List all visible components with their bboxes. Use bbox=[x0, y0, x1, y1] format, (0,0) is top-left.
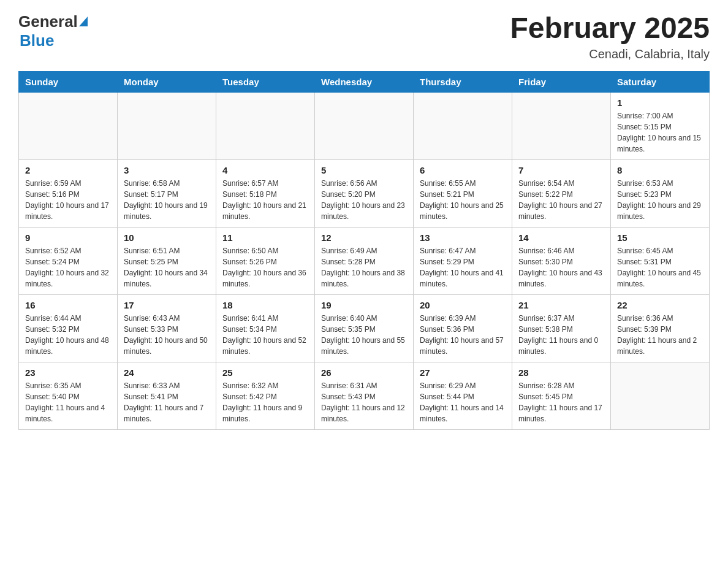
day-number: 7 bbox=[518, 165, 604, 175]
calendar-week-row: 9Sunrise: 6:52 AM Sunset: 5:24 PM Daylig… bbox=[19, 227, 710, 294]
day-number: 15 bbox=[617, 232, 703, 243]
day-number: 21 bbox=[518, 300, 604, 310]
day-info: Sunrise: 6:35 AM Sunset: 5:40 PM Dayligh… bbox=[25, 380, 111, 424]
calendar-cell: 5Sunrise: 6:56 AM Sunset: 5:20 PM Daylig… bbox=[315, 159, 414, 227]
month-title: February 2025 bbox=[510, 12, 710, 45]
day-number: 13 bbox=[420, 232, 506, 243]
logo: General Blue bbox=[18, 12, 88, 50]
calendar-cell: 19Sunrise: 6:40 AM Sunset: 5:35 PM Dayli… bbox=[315, 294, 414, 362]
calendar-cell: 18Sunrise: 6:41 AM Sunset: 5:34 PM Dayli… bbox=[216, 294, 315, 362]
day-info: Sunrise: 6:57 AM Sunset: 5:18 PM Dayligh… bbox=[222, 178, 308, 222]
day-info: Sunrise: 6:33 AM Sunset: 5:41 PM Dayligh… bbox=[124, 380, 210, 424]
calendar-table: SundayMondayTuesdayWednesdayThursdayFrid… bbox=[18, 71, 710, 430]
calendar-cell bbox=[216, 92, 315, 159]
calendar-week-row: 23Sunrise: 6:35 AM Sunset: 5:40 PM Dayli… bbox=[19, 362, 710, 429]
calendar-cell bbox=[414, 92, 512, 159]
day-info: Sunrise: 6:59 AM Sunset: 5:16 PM Dayligh… bbox=[25, 178, 111, 222]
day-number: 14 bbox=[518, 232, 604, 243]
calendar-cell: 2Sunrise: 6:59 AM Sunset: 5:16 PM Daylig… bbox=[19, 159, 118, 227]
calendar-cell: 10Sunrise: 6:51 AM Sunset: 5:25 PM Dayli… bbox=[118, 227, 216, 294]
day-info: Sunrise: 6:39 AM Sunset: 5:36 PM Dayligh… bbox=[420, 313, 506, 357]
day-number: 23 bbox=[25, 367, 111, 378]
day-number: 22 bbox=[617, 300, 703, 310]
day-info: Sunrise: 6:40 AM Sunset: 5:35 PM Dayligh… bbox=[321, 313, 407, 357]
day-number: 5 bbox=[321, 165, 407, 175]
day-info: Sunrise: 6:44 AM Sunset: 5:32 PM Dayligh… bbox=[25, 313, 111, 357]
day-info: Sunrise: 6:36 AM Sunset: 5:39 PM Dayligh… bbox=[617, 313, 703, 357]
calendar-week-row: 2Sunrise: 6:59 AM Sunset: 5:16 PM Daylig… bbox=[19, 159, 710, 227]
weekday-header-tuesday: Tuesday bbox=[216, 71, 315, 92]
calendar-cell: 24Sunrise: 6:33 AM Sunset: 5:41 PM Dayli… bbox=[118, 362, 216, 429]
calendar-header-row: SundayMondayTuesdayWednesdayThursdayFrid… bbox=[19, 71, 710, 92]
weekday-header-monday: Monday bbox=[118, 71, 216, 92]
weekday-header-thursday: Thursday bbox=[414, 71, 512, 92]
weekday-header-sunday: Sunday bbox=[19, 71, 118, 92]
calendar-cell: 7Sunrise: 6:54 AM Sunset: 5:22 PM Daylig… bbox=[512, 159, 611, 227]
calendar-cell: 23Sunrise: 6:35 AM Sunset: 5:40 PM Dayli… bbox=[19, 362, 118, 429]
day-number: 9 bbox=[25, 232, 111, 243]
day-info: Sunrise: 6:55 AM Sunset: 5:21 PM Dayligh… bbox=[420, 178, 506, 222]
weekday-header-saturday: Saturday bbox=[611, 71, 710, 92]
day-number: 24 bbox=[124, 367, 210, 378]
day-info: Sunrise: 6:45 AM Sunset: 5:31 PM Dayligh… bbox=[617, 245, 703, 289]
svg-marker-0 bbox=[79, 17, 88, 26]
day-info: Sunrise: 6:54 AM Sunset: 5:22 PM Dayligh… bbox=[518, 178, 604, 222]
weekday-header-wednesday: Wednesday bbox=[315, 71, 414, 92]
calendar-cell: 9Sunrise: 6:52 AM Sunset: 5:24 PM Daylig… bbox=[19, 227, 118, 294]
day-info: Sunrise: 6:28 AM Sunset: 5:45 PM Dayligh… bbox=[518, 380, 604, 424]
day-info: Sunrise: 6:47 AM Sunset: 5:29 PM Dayligh… bbox=[420, 245, 506, 289]
calendar-cell: 1Sunrise: 7:00 AM Sunset: 5:15 PM Daylig… bbox=[611, 92, 710, 159]
day-info: Sunrise: 6:49 AM Sunset: 5:28 PM Dayligh… bbox=[321, 245, 407, 289]
day-info: Sunrise: 6:51 AM Sunset: 5:25 PM Dayligh… bbox=[124, 245, 210, 289]
day-info: Sunrise: 6:53 AM Sunset: 5:23 PM Dayligh… bbox=[617, 178, 703, 222]
logo-triangle-icon bbox=[79, 17, 88, 26]
day-info: Sunrise: 6:32 AM Sunset: 5:42 PM Dayligh… bbox=[222, 380, 308, 424]
calendar-cell bbox=[118, 92, 216, 159]
calendar-cell: 6Sunrise: 6:55 AM Sunset: 5:21 PM Daylig… bbox=[414, 159, 512, 227]
calendar-cell: 14Sunrise: 6:46 AM Sunset: 5:30 PM Dayli… bbox=[512, 227, 611, 294]
day-number: 2 bbox=[25, 165, 111, 175]
day-info: Sunrise: 6:52 AM Sunset: 5:24 PM Dayligh… bbox=[25, 245, 111, 289]
weekday-header-friday: Friday bbox=[512, 71, 611, 92]
calendar-cell: 11Sunrise: 6:50 AM Sunset: 5:26 PM Dayli… bbox=[216, 227, 315, 294]
day-number: 4 bbox=[222, 165, 308, 175]
day-number: 19 bbox=[321, 300, 407, 310]
day-info: Sunrise: 6:50 AM Sunset: 5:26 PM Dayligh… bbox=[222, 245, 308, 289]
logo-blue-text: Blue bbox=[20, 31, 88, 50]
day-number: 25 bbox=[222, 367, 308, 378]
calendar-cell: 26Sunrise: 6:31 AM Sunset: 5:43 PM Dayli… bbox=[315, 362, 414, 429]
calendar-cell bbox=[512, 92, 611, 159]
calendar-cell: 17Sunrise: 6:43 AM Sunset: 5:33 PM Dayli… bbox=[118, 294, 216, 362]
calendar-cell: 8Sunrise: 6:53 AM Sunset: 5:23 PM Daylig… bbox=[611, 159, 710, 227]
calendar-cell: 12Sunrise: 6:49 AM Sunset: 5:28 PM Dayli… bbox=[315, 227, 414, 294]
day-number: 11 bbox=[222, 232, 308, 243]
day-number: 16 bbox=[25, 300, 111, 310]
day-info: Sunrise: 6:29 AM Sunset: 5:44 PM Dayligh… bbox=[420, 380, 506, 424]
calendar-cell: 25Sunrise: 6:32 AM Sunset: 5:42 PM Dayli… bbox=[216, 362, 315, 429]
day-number: 18 bbox=[222, 300, 308, 310]
day-info: Sunrise: 6:46 AM Sunset: 5:30 PM Dayligh… bbox=[518, 245, 604, 289]
location-title: Cenadi, Calabria, Italy bbox=[510, 47, 710, 61]
calendar-week-row: 1Sunrise: 7:00 AM Sunset: 5:15 PM Daylig… bbox=[19, 92, 710, 159]
calendar-cell: 20Sunrise: 6:39 AM Sunset: 5:36 PM Dayli… bbox=[414, 294, 512, 362]
calendar-cell: 3Sunrise: 6:58 AM Sunset: 5:17 PM Daylig… bbox=[118, 159, 216, 227]
day-info: Sunrise: 6:37 AM Sunset: 5:38 PM Dayligh… bbox=[518, 313, 604, 357]
calendar-cell: 13Sunrise: 6:47 AM Sunset: 5:29 PM Dayli… bbox=[414, 227, 512, 294]
calendar-cell: 4Sunrise: 6:57 AM Sunset: 5:18 PM Daylig… bbox=[216, 159, 315, 227]
day-number: 26 bbox=[321, 367, 407, 378]
day-number: 3 bbox=[124, 165, 210, 175]
day-number: 10 bbox=[124, 232, 210, 243]
day-number: 17 bbox=[124, 300, 210, 310]
calendar-cell: 27Sunrise: 6:29 AM Sunset: 5:44 PM Dayli… bbox=[414, 362, 512, 429]
day-number: 27 bbox=[420, 367, 506, 378]
day-number: 8 bbox=[617, 165, 703, 175]
day-info: Sunrise: 6:43 AM Sunset: 5:33 PM Dayligh… bbox=[124, 313, 210, 357]
day-number: 20 bbox=[420, 300, 506, 310]
day-number: 1 bbox=[617, 98, 703, 108]
day-info: Sunrise: 7:00 AM Sunset: 5:15 PM Dayligh… bbox=[617, 110, 703, 155]
day-number: 12 bbox=[321, 232, 407, 243]
day-info: Sunrise: 6:31 AM Sunset: 5:43 PM Dayligh… bbox=[321, 380, 407, 424]
page-header: General Blue February 2025 Cenadi, Calab… bbox=[18, 12, 710, 61]
day-info: Sunrise: 6:56 AM Sunset: 5:20 PM Dayligh… bbox=[321, 178, 407, 222]
calendar-cell bbox=[611, 362, 710, 429]
